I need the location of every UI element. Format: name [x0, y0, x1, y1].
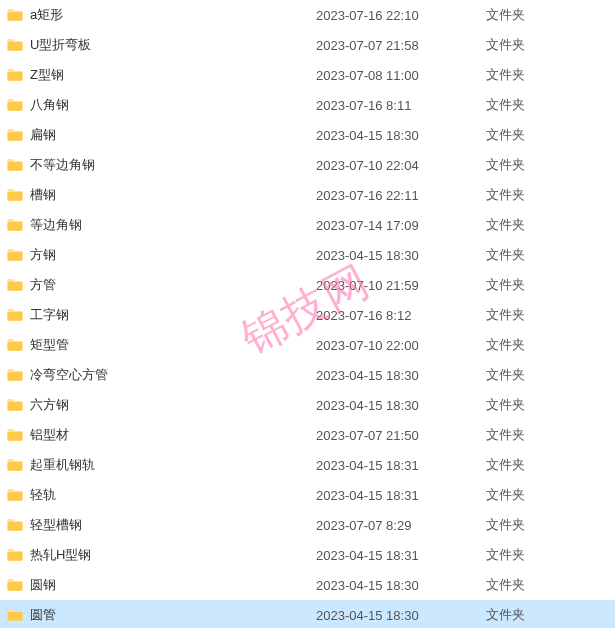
file-name-label: 圆钢: [30, 576, 56, 594]
file-row[interactable]: 等边角钢2023-07-14 17:09文件夹: [0, 210, 615, 240]
file-name-label: 六方钢: [30, 396, 69, 414]
file-name-label: 铝型材: [30, 426, 69, 444]
file-date-cell: 2023-04-15 18:30: [316, 578, 486, 593]
file-name-label: 方钢: [30, 246, 56, 264]
file-row[interactable]: 不等边角钢2023-07-10 22:04文件夹: [0, 150, 615, 180]
file-row[interactable]: 方钢2023-04-15 18:30文件夹: [0, 240, 615, 270]
folder-icon: [6, 246, 24, 264]
file-name-cell: 六方钢: [6, 396, 316, 414]
file-type-cell: 文件夹: [486, 426, 615, 444]
folder-icon: [6, 306, 24, 324]
folder-icon: [6, 36, 24, 54]
file-name-label: 矩型管: [30, 336, 69, 354]
folder-icon: [6, 426, 24, 444]
file-type-cell: 文件夹: [486, 96, 615, 114]
folder-icon: [6, 546, 24, 564]
file-date-cell: 2023-04-15 18:30: [316, 368, 486, 383]
file-date-cell: 2023-07-10 22:04: [316, 158, 486, 173]
file-name-cell: 轻轨: [6, 486, 316, 504]
file-row[interactable]: U型折弯板2023-07-07 21:58文件夹: [0, 30, 615, 60]
file-name-label: 槽钢: [30, 186, 56, 204]
file-name-cell: 方钢: [6, 246, 316, 264]
file-date-cell: 2023-07-10 22:00: [316, 338, 486, 353]
file-type-cell: 文件夹: [486, 306, 615, 324]
file-date-cell: 2023-07-16 8:12: [316, 308, 486, 323]
file-date-cell: 2023-07-16 22:11: [316, 188, 486, 203]
file-name-cell: 扁钢: [6, 126, 316, 144]
file-name-cell: 铝型材: [6, 426, 316, 444]
file-name-cell: 轻型槽钢: [6, 516, 316, 534]
file-row[interactable]: a矩形2023-07-16 22:10文件夹: [0, 0, 615, 30]
file-name-label: a矩形: [30, 6, 63, 24]
folder-icon: [6, 216, 24, 234]
file-row[interactable]: 槽钢2023-07-16 22:11文件夹: [0, 180, 615, 210]
file-type-cell: 文件夹: [486, 216, 615, 234]
file-date-cell: 2023-07-08 11:00: [316, 68, 486, 83]
folder-icon: [6, 396, 24, 414]
folder-icon: [6, 276, 24, 294]
file-name-label: 圆管: [30, 606, 56, 624]
file-name-cell: 热轧H型钢: [6, 546, 316, 564]
file-row[interactable]: 起重机钢轨2023-04-15 18:31文件夹: [0, 450, 615, 480]
file-name-cell: 起重机钢轨: [6, 456, 316, 474]
file-name-label: U型折弯板: [30, 36, 91, 54]
folder-icon: [6, 186, 24, 204]
file-name-label: 方管: [30, 276, 56, 294]
file-name-label: 起重机钢轨: [30, 456, 95, 474]
file-name-cell: a矩形: [6, 6, 316, 24]
file-date-cell: 2023-07-10 21:59: [316, 278, 486, 293]
file-date-cell: 2023-07-16 22:10: [316, 8, 486, 23]
file-name-label: 轻轨: [30, 486, 56, 504]
file-row[interactable]: 矩型管2023-07-10 22:00文件夹: [0, 330, 615, 360]
file-row[interactable]: 扁钢2023-04-15 18:30文件夹: [0, 120, 615, 150]
file-name-label: 轻型槽钢: [30, 516, 82, 534]
file-date-cell: 2023-07-07 21:58: [316, 38, 486, 53]
file-type-cell: 文件夹: [486, 576, 615, 594]
file-name-cell: 等边角钢: [6, 216, 316, 234]
file-name-cell: 圆管: [6, 606, 316, 624]
file-row[interactable]: 工字钢2023-07-16 8:12文件夹: [0, 300, 615, 330]
folder-icon: [6, 606, 24, 624]
file-date-cell: 2023-07-07 21:50: [316, 428, 486, 443]
file-name-cell: 冷弯空心方管: [6, 366, 316, 384]
folder-icon: [6, 6, 24, 24]
file-name-label: 不等边角钢: [30, 156, 95, 174]
folder-icon: [6, 336, 24, 354]
file-row[interactable]: 铝型材2023-07-07 21:50文件夹: [0, 420, 615, 450]
file-name-cell: 八角钢: [6, 96, 316, 114]
file-type-cell: 文件夹: [486, 186, 615, 204]
folder-icon: [6, 516, 24, 534]
file-date-cell: 2023-04-15 18:31: [316, 548, 486, 563]
file-date-cell: 2023-04-15 18:30: [316, 128, 486, 143]
file-row[interactable]: 方管2023-07-10 21:59文件夹: [0, 270, 615, 300]
folder-icon: [6, 456, 24, 474]
file-type-cell: 文件夹: [486, 276, 615, 294]
file-list: a矩形2023-07-16 22:10文件夹U型折弯板2023-07-07 21…: [0, 0, 615, 628]
file-row[interactable]: 轻轨2023-04-15 18:31文件夹: [0, 480, 615, 510]
file-name-label: Z型钢: [30, 66, 64, 84]
file-name-cell: 槽钢: [6, 186, 316, 204]
folder-icon: [6, 96, 24, 114]
file-row[interactable]: 圆钢2023-04-15 18:30文件夹: [0, 570, 615, 600]
file-type-cell: 文件夹: [486, 336, 615, 354]
file-row[interactable]: 冷弯空心方管2023-04-15 18:30文件夹: [0, 360, 615, 390]
file-date-cell: 2023-07-07 8:29: [316, 518, 486, 533]
file-date-cell: 2023-07-16 8:11: [316, 98, 486, 113]
file-row[interactable]: 八角钢2023-07-16 8:11文件夹: [0, 90, 615, 120]
file-type-cell: 文件夹: [486, 126, 615, 144]
file-name-cell: 圆钢: [6, 576, 316, 594]
file-row[interactable]: 圆管2023-04-15 18:30文件夹: [0, 600, 615, 628]
file-row[interactable]: Z型钢2023-07-08 11:00文件夹: [0, 60, 615, 90]
file-date-cell: 2023-04-15 18:31: [316, 488, 486, 503]
file-row[interactable]: 六方钢2023-04-15 18:30文件夹: [0, 390, 615, 420]
file-type-cell: 文件夹: [486, 606, 615, 624]
folder-icon: [6, 576, 24, 594]
file-row[interactable]: 热轧H型钢2023-04-15 18:31文件夹: [0, 540, 615, 570]
file-name-label: 冷弯空心方管: [30, 366, 108, 384]
file-row[interactable]: 轻型槽钢2023-07-07 8:29文件夹: [0, 510, 615, 540]
file-date-cell: 2023-04-15 18:31: [316, 458, 486, 473]
file-type-cell: 文件夹: [486, 456, 615, 474]
folder-icon: [6, 66, 24, 84]
file-name-label: 扁钢: [30, 126, 56, 144]
file-name-cell: 方管: [6, 276, 316, 294]
